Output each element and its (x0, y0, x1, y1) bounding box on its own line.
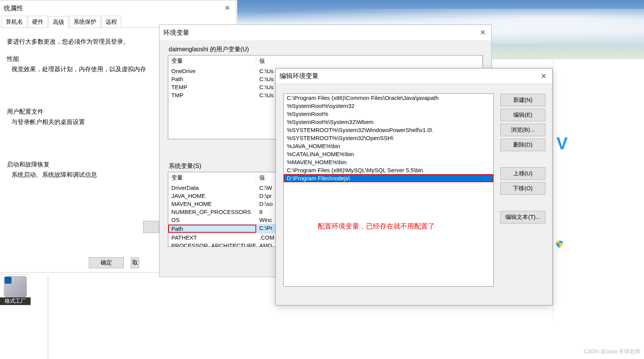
edit-env-dialog: 编辑环境变量 ✕ C:\Program Files (x86)\Common F… (275, 68, 553, 305)
env-button-cut[interactable] (143, 221, 159, 233)
user-vars-label: daimenglaoshi 的用户变量(U) (169, 46, 491, 54)
col-variable[interactable]: 变量 (168, 55, 256, 67)
list-item[interactable]: C:\Program Files (x86)\MySQL\MySQL Serve… (284, 166, 493, 174)
dialog-title: 统属性 (4, 4, 23, 13)
edit-button[interactable]: 编辑(E) (500, 109, 545, 121)
ok-button[interactable]: 确定 (89, 257, 124, 268)
watermark: CSDN @Java·呆萌老师 (584, 348, 640, 355)
list-item[interactable]: %MAVEN_HOME%\bin (284, 158, 493, 166)
movedown-button[interactable]: 下移(O) (500, 182, 545, 195)
tab-hardware[interactable]: 硬件 (28, 16, 48, 28)
list-item[interactable]: %CATALINA_HOME%\bin (284, 150, 493, 158)
list-item[interactable]: %SystemRoot%\System32\Wbem (284, 118, 493, 126)
desktop-icon-formatfactory[interactable]: 格式工厂 (0, 274, 31, 305)
annotation-text: 配置环境变量，已经存在就不用配置了 (318, 222, 435, 231)
dialog-title: 环境变量 (163, 28, 189, 37)
shield-icon (555, 240, 564, 248)
cancel-button[interactable]: 取 (131, 257, 139, 268)
close-icon[interactable]: ✕ (474, 27, 491, 38)
browse-button[interactable]: 浏览(B)... (500, 124, 545, 136)
edittext-button[interactable]: 编辑文本(T)... (500, 211, 545, 224)
panel-edge (48, 275, 52, 359)
moveup-button[interactable]: 上移(U) (500, 167, 545, 180)
tab-remote[interactable]: 远程 (101, 16, 121, 28)
dialog-title: 编辑环境变量 (280, 72, 319, 80)
close-icon[interactable]: ✕ (535, 70, 552, 82)
app-icon (4, 276, 27, 297)
col-variable[interactable]: 变量 (168, 172, 256, 183)
icon-label: 格式工厂 (0, 297, 31, 305)
col-value[interactable]: 值 (256, 55, 483, 67)
tab-systemprotect[interactable]: 系统保护 (69, 16, 101, 28)
background-letter: V (556, 134, 568, 153)
new-button[interactable]: 新建(N) (500, 94, 545, 106)
list-item[interactable]: C:\Program Files (x86)\Common Files\Orac… (284, 94, 493, 102)
background-panel (553, 59, 644, 321)
close-icon[interactable]: ✕ (218, 2, 236, 14)
list-item[interactable]: %SystemRoot%\system32 (284, 102, 493, 110)
list-item[interactable]: %SYSTEMROOT%\System32\OpenSSH\ (284, 134, 493, 142)
list-item[interactable]: %JAVA_HOME%\bin (284, 142, 493, 150)
list-item[interactable]: %SystemRoot% (284, 110, 493, 118)
tab-computername[interactable]: 算机名 (2, 16, 27, 28)
list-item[interactable]: D:\Program Files\nodejs\ (284, 174, 493, 182)
list-item[interactable]: %SYSTEMROOT%\System32\WindowsPowerShell\… (284, 126, 493, 134)
delete-button[interactable]: 删除(D) (500, 139, 545, 151)
path-list[interactable]: C:\Program Files (x86)\Common Files\Orac… (283, 93, 494, 287)
tab-advanced[interactable]: 高级 (49, 16, 68, 28)
